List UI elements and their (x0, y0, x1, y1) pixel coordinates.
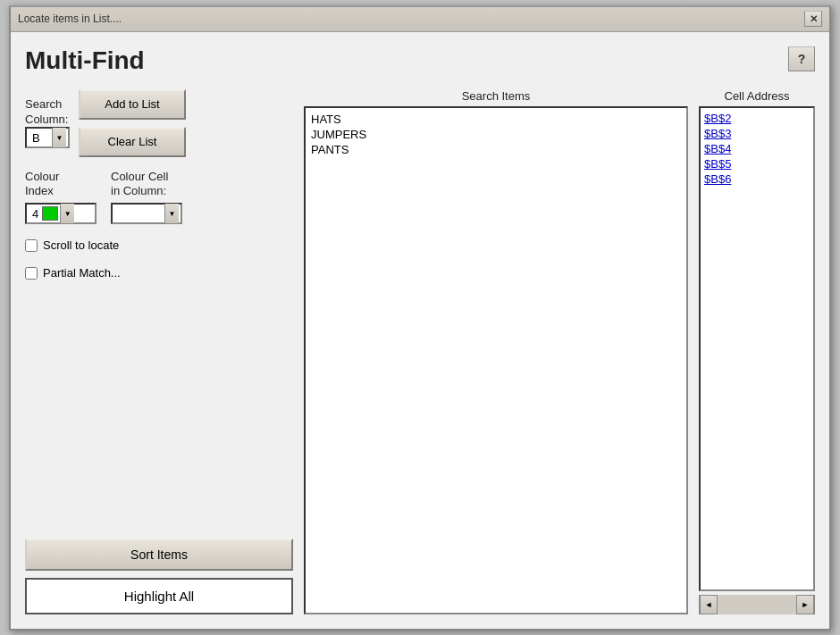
colour-index-arrow-icon: ▼ (60, 204, 74, 223)
cell-link[interactable]: $B$2 (704, 112, 810, 125)
partial-match-label: Partial Match... (43, 266, 121, 280)
colour-cell-arrow-icon: ▼ (164, 204, 179, 223)
search-column-value: B (29, 131, 52, 145)
colour-swatch (42, 206, 58, 221)
cell-address-header: Cell Address (699, 89, 815, 103)
cell-address-listbox[interactable]: $B$2 $B$3 $B$4 $B$5 $B$6 (699, 106, 815, 591)
search-items-listbox[interactable]: HATS JUMPERS PANTS (304, 106, 688, 614)
help-button[interactable]: ? (788, 46, 815, 71)
main-area: SearchColumn: B ▼ Add to List Clear List (25, 89, 815, 614)
colour-index-control[interactable]: 4 ▼ (25, 203, 97, 224)
search-column-dropdown[interactable]: B ▼ (25, 127, 70, 148)
colour-index-value: 4 (29, 207, 42, 221)
add-to-list-button[interactable]: Add to List (79, 89, 186, 120)
title-bar-text: Locate items in List.... (18, 13, 122, 25)
cell-link[interactable]: $B$6 (704, 172, 810, 186)
dialog-content: Multi-Find ? SearchColumn: B ▼ (11, 32, 829, 629)
highlight-all-button[interactable]: Highlight All (25, 578, 293, 614)
title-bar: Locate items in List.... ✕ (11, 7, 829, 32)
scroll-to-locate-row: Scroll to locate (25, 238, 293, 252)
add-clear-col: Add to List Clear List (79, 89, 186, 157)
cell-link[interactable]: $B$4 (704, 142, 810, 155)
search-column-group: SearchColumn: B ▼ (25, 97, 70, 149)
cell-link[interactable]: $B$3 (704, 127, 810, 140)
header-row: Multi-Find ? (25, 46, 815, 75)
sort-items-button[interactable]: Sort Items (25, 539, 293, 571)
scroll-to-locate-checkbox[interactable] (25, 239, 38, 252)
colour-index-group: ColourIndex 4 ▼ (25, 170, 97, 225)
right-panel: Cell Address $B$2 $B$3 $B$4 $B$5 $B$6 ◄ … (699, 89, 815, 614)
bottom-buttons: Sort Items Highlight All (25, 539, 293, 614)
page-title: Multi-Find (25, 46, 145, 75)
colour-row: ColourIndex 4 ▼ Colour Cellin Column: ▼ (25, 170, 293, 225)
scroll-to-locate-label: Scroll to locate (43, 238, 119, 252)
scroll-left-button[interactable]: ◄ (700, 595, 718, 614)
colour-cell-control[interactable]: ▼ (111, 203, 182, 224)
partial-match-checkbox[interactable] (25, 267, 38, 280)
colour-cell-label: Colour Cellin Column: (111, 170, 182, 200)
search-items-header: Search Items (304, 89, 688, 103)
clear-list-button[interactable]: Clear List (79, 127, 186, 157)
close-icon: ✕ (810, 13, 818, 25)
list-item: PANTS (309, 142, 683, 157)
list-item: HATS (309, 112, 683, 127)
close-button[interactable]: ✕ (804, 11, 822, 27)
scroll-right-button[interactable]: ► (796, 595, 814, 614)
left-panel: SearchColumn: B ▼ Add to List Clear List (25, 89, 293, 614)
cell-link[interactable]: $B$5 (704, 157, 810, 171)
help-label: ? (798, 52, 806, 66)
search-column-label: SearchColumn: (25, 97, 70, 128)
scroll-track (718, 595, 796, 614)
center-panel: Search Items HATS JUMPERS PANTS (304, 89, 688, 614)
colour-index-label: ColourIndex (25, 170, 97, 200)
horizontal-scrollbar[interactable]: ◄ ► (699, 595, 815, 614)
dropdown-arrow-icon: ▼ (52, 128, 66, 147)
list-item: JUMPERS (309, 127, 683, 142)
colour-cell-group: Colour Cellin Column: ▼ (111, 170, 182, 225)
search-column-row: SearchColumn: B ▼ Add to List Clear List (25, 89, 293, 157)
main-dialog: Locate items in List.... ✕ Multi-Find ? … (9, 5, 831, 631)
partial-match-row: Partial Match... (25, 266, 293, 280)
